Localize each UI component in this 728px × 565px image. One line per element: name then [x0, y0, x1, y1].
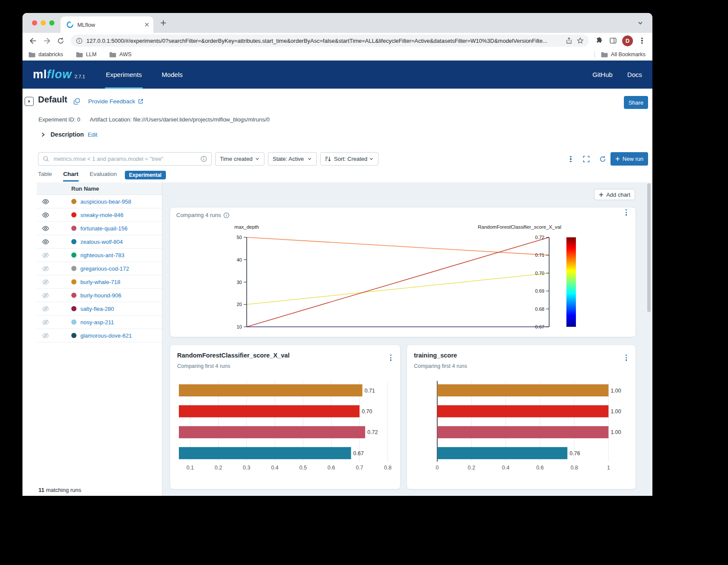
run-name-link[interactable]: auspicious-bear-958	[80, 198, 131, 205]
table-row[interactable]: righteous-ant-783	[37, 249, 162, 262]
nav-models[interactable]: Models	[161, 61, 183, 89]
url-bar[interactable]: 127.0.0.1:5000/#/experiments/0?searchFil…	[71, 35, 589, 47]
profile-avatar[interactable]: D	[622, 35, 633, 46]
browser-tab-strip: MLflow	[22, 13, 652, 33]
table-row[interactable]: fortunate-quail-156	[37, 222, 162, 235]
run-name-link[interactable]: nosy-asp-211	[80, 319, 114, 326]
run-name-link[interactable]: glamorous-dove-621	[80, 332, 132, 339]
run-name-link[interactable]: fortunate-quail-156	[80, 225, 127, 232]
table-row[interactable]: burly-hound-906	[37, 289, 162, 302]
bookmark-folder-llm[interactable]: LLM	[76, 51, 96, 57]
fullscreen-icon[interactable]	[581, 154, 592, 164]
bookmark-star-icon[interactable]	[577, 37, 584, 44]
new-tab-button[interactable]	[159, 19, 168, 27]
tab-search-chevron-icon[interactable]	[637, 19, 644, 26]
share-icon[interactable]	[566, 37, 572, 44]
run-name-link[interactable]: righteous-ant-783	[80, 252, 124, 259]
sort-dropdown[interactable]: Sort: Created	[320, 152, 378, 166]
run-name-link[interactable]: burly-whale-718	[80, 279, 121, 285]
svg-text:30: 30	[237, 280, 242, 285]
table-row[interactable]: salty-flea-280	[37, 302, 162, 316]
visibility-eye-icon[interactable]	[42, 211, 52, 219]
visibility-eye-off-icon[interactable]	[42, 305, 52, 313]
forward-icon[interactable]	[41, 35, 52, 46]
github-link[interactable]: GitHub	[592, 71, 613, 78]
state-dropdown[interactable]: State: Active	[268, 152, 317, 166]
more-options-kebab-icon[interactable]	[565, 154, 576, 164]
run-name-link[interactable]: sneaky-mole-846	[80, 212, 124, 218]
table-row[interactable]: gregarious-cod-172	[37, 262, 162, 275]
copy-icon[interactable]	[73, 98, 80, 105]
minimize-window-button[interactable]	[41, 20, 46, 26]
visibility-eye-icon[interactable]	[42, 198, 52, 205]
visibility-eye-off-icon[interactable]	[42, 319, 52, 326]
chart-menu-kebab-icon[interactable]	[626, 354, 627, 361]
info-icon[interactable]	[223, 212, 229, 218]
zoom-window-button[interactable]	[49, 20, 54, 26]
time-created-dropdown[interactable]: Time created	[215, 152, 264, 166]
visibility-eye-off-icon[interactable]	[42, 278, 52, 286]
run-name-link[interactable]: burly-hound-906	[80, 292, 121, 299]
extensions-puzzle-icon[interactable]	[594, 35, 605, 46]
visibility-eye-icon[interactable]	[42, 225, 52, 232]
svg-text:0.71: 0.71	[365, 388, 375, 394]
run-name-link[interactable]: zealous-wolf-804	[80, 239, 123, 245]
all-bookmarks-button[interactable]: All Bookmarks	[601, 51, 645, 57]
bookmark-folder-aws[interactable]: AWS	[109, 51, 131, 57]
all-bookmarks-label[interactable]: All Bookmarks	[611, 51, 645, 57]
chart-menu-kebab-icon[interactable]	[390, 354, 391, 361]
chart-title: RandomForestClassifier_score_X_val	[177, 352, 289, 359]
search-input[interactable]	[53, 155, 197, 163]
back-icon[interactable]	[27, 35, 38, 46]
description-edit-link[interactable]: Edit	[88, 131, 97, 138]
run-name-link[interactable]: salty-flea-280	[80, 306, 114, 312]
nav-experiments[interactable]: Experiments	[105, 61, 143, 89]
macos-traffic-lights[interactable]	[32, 20, 54, 26]
side-panel-icon[interactable]	[607, 35, 619, 46]
table-row[interactable]: burly-whale-718	[37, 275, 162, 289]
site-info-icon[interactable]	[76, 38, 83, 44]
close-window-button[interactable]	[32, 20, 37, 26]
table-row[interactable]: nosy-asp-211	[37, 316, 162, 329]
tab-evaluation[interactable]: Evaluation	[90, 171, 117, 182]
bookmark-label[interactable]: AWS	[119, 51, 131, 57]
table-row[interactable]: glamorous-dove-621	[37, 329, 162, 342]
visibility-eye-off-icon[interactable]	[42, 265, 52, 272]
experiment-list-toggle-icon[interactable]	[25, 97, 34, 106]
table-row[interactable]: auspicious-bear-958	[37, 195, 162, 208]
visibility-eye-off-icon[interactable]	[42, 292, 52, 299]
chart-menu-kebab-icon[interactable]	[626, 209, 627, 216]
add-chart-label: Add chart	[606, 192, 630, 198]
matching-runs-status: 11 matching runs	[38, 487, 81, 493]
feedback-label[interactable]: Provide Feedback	[88, 98, 135, 105]
provide-feedback-link[interactable]: Provide Feedback	[88, 98, 143, 105]
svg-text:0.4: 0.4	[502, 465, 509, 471]
bookmark-label[interactable]: LLM	[86, 51, 96, 57]
reload-icon[interactable]	[55, 35, 66, 46]
new-run-button[interactable]: New run	[610, 152, 648, 166]
refresh-icon[interactable]	[597, 154, 608, 164]
tab-table[interactable]: Table	[38, 171, 52, 182]
tab-close-icon[interactable]	[145, 22, 149, 27]
bookmark-label[interactable]: databricks	[38, 51, 63, 57]
share-button[interactable]: Share	[624, 96, 648, 109]
svg-text:0.2: 0.2	[215, 465, 222, 471]
browser-tab[interactable]: MLflow	[60, 16, 153, 33]
run-name-link[interactable]: gregarious-cod-172	[80, 265, 129, 272]
visibility-eye-off-icon[interactable]	[42, 332, 52, 339]
table-row[interactable]: zealous-wolf-804	[37, 235, 162, 249]
bookmark-folder-databricks[interactable]: databricks	[29, 51, 63, 57]
url-text[interactable]: 127.0.0.1:5000/#/experiments/0?searchFil…	[86, 38, 561, 44]
search-box[interactable]	[38, 152, 212, 166]
tab-chart[interactable]: Chart	[63, 171, 78, 182]
external-link-icon	[138, 99, 143, 104]
browser-menu-kebab-icon[interactable]	[636, 35, 648, 46]
chevron-right-icon[interactable]	[41, 132, 45, 137]
add-chart-button[interactable]: Add chart	[594, 189, 635, 200]
visibility-eye-icon[interactable]	[42, 238, 52, 246]
table-row[interactable]: sneaky-mole-846	[37, 208, 162, 222]
visibility-eye-off-icon[interactable]	[42, 252, 52, 259]
scrollbar-thumb[interactable]	[647, 183, 651, 312]
docs-link[interactable]: Docs	[627, 71, 642, 78]
search-info-icon[interactable]	[200, 156, 207, 162]
